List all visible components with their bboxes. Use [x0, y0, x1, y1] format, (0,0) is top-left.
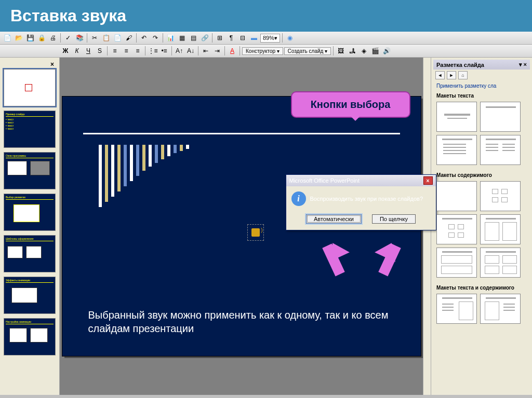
increase-indent-icon[interactable]: ⇥	[212, 46, 222, 56]
cut-icon[interactable]: ✂	[89, 33, 100, 43]
dialog-close-icon[interactable]: ×	[423, 176, 433, 185]
thumbnail-3[interactable]: Окна программы	[4, 152, 56, 189]
color-icon[interactable]: ▬	[249, 33, 259, 43]
perm-icon[interactable]: 🔒	[36, 33, 47, 43]
underline-icon[interactable]: Ч	[83, 46, 94, 56]
copy-icon[interactable]: 📋	[101, 33, 111, 43]
hyperlink-icon[interactable]: 🔗	[200, 33, 210, 43]
research-icon[interactable]: 📚	[74, 33, 85, 43]
layout-title-content-2[interactable]	[436, 248, 477, 278]
apply-layout-link[interactable]: Применить разметку сла	[433, 81, 530, 91]
new-slide-button[interactable]: Создать слайд ▾	[284, 47, 331, 55]
layout-four-content[interactable]	[480, 248, 521, 278]
new-icon[interactable]: 📄	[2, 33, 12, 43]
designer-button[interactable]: Конструктор ▾	[242, 47, 283, 55]
table-icon[interactable]: ▦	[177, 33, 187, 43]
layout-content-text[interactable]	[480, 294, 521, 324]
task-pane-title: Разметка слайда	[436, 62, 484, 68]
help-icon[interactable]: ◉	[285, 33, 295, 43]
insert-movie-icon[interactable]: 🎬	[370, 46, 380, 56]
insert-diagram-icon[interactable]: ◈	[358, 46, 369, 56]
open-icon[interactable]: 📂	[14, 33, 24, 43]
thumbnail-2[interactable]: Пример слайда • текст• текст• текст• тек…	[4, 111, 56, 148]
task-pane: Разметка слайда ▾ × ◄ ► ⌂ Применить разм…	[431, 58, 532, 395]
toolbar-formatting: Ж К Ч S ≡ ≡ ≡ ⋮≡ •≡ A↑ A↓ ⇤ ⇥ A Конструк…	[0, 45, 532, 58]
paste-icon[interactable]: 📄	[112, 33, 123, 43]
insert-picture-icon[interactable]: 🏞	[347, 46, 357, 56]
layout-title-content[interactable]	[436, 214, 477, 244]
print-icon[interactable]: 🖨	[48, 33, 58, 43]
section-text-layouts: Макеты текста	[433, 91, 530, 100]
slide-canvas: Выбранный звук можно применить как к одн…	[60, 58, 423, 395]
main-area: × Пример слайда • текст• текст• текст• т…	[0, 58, 532, 395]
align-left-icon[interactable]: ≡	[110, 46, 120, 56]
zoom-input[interactable]: 89% ▾	[260, 34, 280, 43]
layout-title-two-content[interactable]	[480, 214, 521, 244]
info-icon: i	[291, 191, 306, 206]
toolbar-standard: 📄 📂 💾 🔒 🖨 ✓ 📚 ✂ 📋 📄 🖌 ↶ ↷ 📊 ▦ ▤ 🔗 ⊞ ¶ ⊟ …	[0, 32, 532, 45]
slide: Выбранный звук можно применить как к одн…	[62, 97, 421, 356]
tables-borders-icon[interactable]: ▤	[188, 33, 198, 43]
sound-dialog: Microsoft Office PowerPoint × i Воспроиз…	[286, 174, 436, 230]
callout-label: Кнопки выбора	[291, 91, 410, 118]
spell-icon[interactable]: ✓	[63, 33, 73, 43]
layout-title-text[interactable]	[436, 135, 477, 165]
slide-thumbnails-panel: × Пример слайда • текст• текст• текст• т…	[0, 58, 60, 395]
dialog-title: Microsoft Office PowerPoint	[289, 177, 360, 184]
layout-title[interactable]	[436, 102, 477, 132]
decrease-font-icon[interactable]: A↓	[185, 46, 196, 56]
show-formatting-icon[interactable]: ¶	[226, 33, 236, 43]
increase-font-icon[interactable]: A↑	[174, 46, 184, 56]
thumbnail-7[interactable]: Настройка анимации	[4, 318, 56, 355]
task-pane-dropdown-icon[interactable]: ▾ ×	[519, 61, 527, 68]
thumbnail-5[interactable]: Шаблоны оформления	[4, 235, 56, 272]
thumbnail-6[interactable]: Эффекты анимации	[4, 277, 56, 314]
dialog-message: Воспроизводить звук при показе слайдов?	[310, 196, 423, 202]
speaker-icon	[251, 228, 260, 237]
bullets-icon[interactable]: •≡	[159, 46, 169, 56]
thumbnail-1[interactable]	[4, 69, 56, 106]
chart-icon[interactable]: 📊	[165, 33, 176, 43]
numbering-icon[interactable]: ⋮≡	[148, 46, 158, 56]
expand-icon[interactable]: ⊞	[215, 33, 225, 43]
layout-title-only[interactable]	[480, 102, 521, 132]
align-right-icon[interactable]: ≡	[132, 46, 143, 56]
layout-blank[interactable]	[436, 181, 477, 211]
shadow-icon[interactable]: S	[95, 46, 105, 56]
pane-home-icon[interactable]: ⌂	[458, 71, 468, 79]
bold-icon[interactable]: Ж	[60, 46, 71, 56]
save-icon[interactable]: 💾	[25, 33, 35, 43]
align-center-icon[interactable]: ≡	[121, 46, 131, 56]
section-content-layouts: Макеты содержимого	[433, 170, 530, 179]
on-click-button[interactable]: По щелчку	[372, 214, 416, 224]
font-color-icon[interactable]: A	[227, 46, 237, 56]
layout-two-col-text[interactable]	[480, 135, 521, 165]
pane-back-icon[interactable]: ◄	[435, 71, 445, 79]
insert-clipart-icon[interactable]: 🖼	[336, 46, 346, 56]
format-painter-icon[interactable]: 🖌	[124, 33, 134, 43]
close-thumbs-icon[interactable]: ×	[50, 61, 54, 68]
thumbnail-4[interactable]: Выбор разметки	[4, 194, 56, 231]
italic-icon[interactable]: К	[72, 46, 82, 56]
sound-object[interactable]	[249, 226, 262, 239]
section-mixed-layouts: Макеты текста и содержимого	[433, 283, 530, 292]
pane-forward-icon[interactable]: ►	[447, 71, 456, 79]
grid-icon[interactable]: ⊟	[237, 33, 248, 43]
redo-icon[interactable]: ↷	[150, 33, 161, 43]
auto-button[interactable]: Автоматически	[306, 214, 362, 224]
insert-sound-icon[interactable]: 🔊	[381, 46, 392, 56]
layout-text-content[interactable]	[436, 294, 477, 324]
decrease-indent-icon[interactable]: ⇤	[201, 46, 211, 56]
page-title: Вставка звука	[0, 0, 532, 32]
undo-icon[interactable]: ↶	[139, 33, 149, 43]
layout-content[interactable]	[480, 181, 521, 211]
slide-body-text: Выбранный звук можно применить как к одн…	[88, 308, 421, 335]
title-underline	[83, 133, 400, 134]
